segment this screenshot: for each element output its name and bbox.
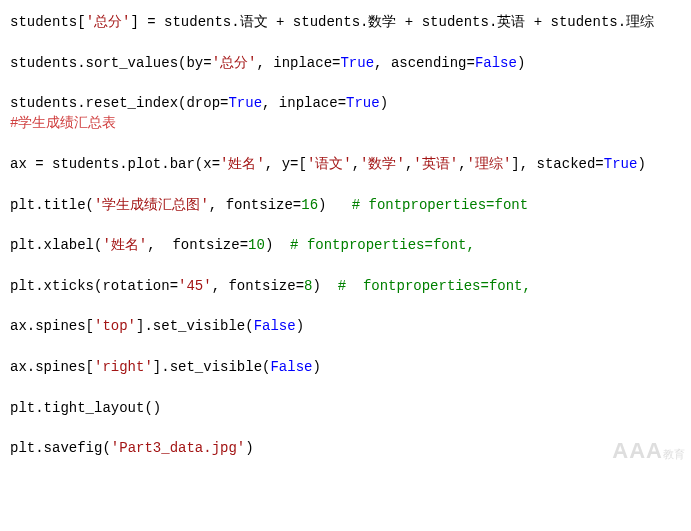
tok: students.sort_values(by= <box>10 55 212 71</box>
tok-comment: # fontproperties=font, <box>338 278 531 294</box>
tok: , fontsize= <box>212 278 304 294</box>
tok: ], stacked= <box>511 156 603 172</box>
tok-comment: # fontproperties=font, <box>290 237 475 253</box>
code-line-1: students['总分'] = students.语文 + students.… <box>10 14 654 30</box>
tok-kw: False <box>254 318 296 334</box>
tok: ) <box>245 440 253 456</box>
watermark-main: AAA <box>612 438 663 463</box>
tok-comment: # fontproperties=font <box>352 197 528 213</box>
code-line-4: #学生成绩汇总表 <box>10 115 116 131</box>
tok: ) <box>637 156 645 172</box>
tok: , y=[ <box>265 156 307 172</box>
code-line-9: ax.spines['top'].set_visible(False) <box>10 318 304 334</box>
watermark-logo: AAA教育 <box>612 435 685 467</box>
code-line-7: plt.xlabel('姓名', fontsize=10) # fontprop… <box>10 237 475 253</box>
tok: , inplace= <box>262 95 346 111</box>
tok-kw: True <box>346 95 380 111</box>
tok-str: '数学' <box>360 156 405 172</box>
code-line-12: plt.savefig('Part3_data.jpg') <box>10 440 254 456</box>
code-line-11: plt.tight_layout() <box>10 400 161 416</box>
tok: ax = students.plot.bar(x= <box>10 156 220 172</box>
tok-str: '总分' <box>212 55 257 71</box>
tok: ) <box>318 197 352 213</box>
tok-str: '姓名' <box>220 156 265 172</box>
tok-str: 'top' <box>94 318 136 334</box>
tok: ].set_visible( <box>136 318 254 334</box>
code-line-5: ax = students.plot.bar(x='姓名', y=['语文','… <box>10 156 646 172</box>
tok: students[ <box>10 14 86 30</box>
tok: ) <box>517 55 525 71</box>
tok-str: '学生成绩汇总图' <box>94 197 209 213</box>
tok: students.reset_index(drop= <box>10 95 228 111</box>
tok-kw: True <box>604 156 638 172</box>
tok-kw: True <box>340 55 374 71</box>
code-line-10: ax.spines['right'].set_visible(False) <box>10 359 321 375</box>
tok-num: 16 <box>301 197 318 213</box>
tok: ) <box>312 278 337 294</box>
tok: plt.tight_layout() <box>10 400 161 416</box>
tok-str: 'right' <box>94 359 153 375</box>
tok-str: 'Part3_data.jpg' <box>111 440 245 456</box>
code-line-2: students.sort_values(by='总分', inplace=Tr… <box>10 55 525 71</box>
watermark-sub: 教育 <box>663 448 685 460</box>
tok: , fontsize= <box>209 197 301 213</box>
tok-str: '语文' <box>307 156 352 172</box>
tok: ].set_visible( <box>153 359 271 375</box>
tok: ) <box>265 237 290 253</box>
tok-str: '英语' <box>413 156 458 172</box>
tok-str: '45' <box>178 278 212 294</box>
tok: plt.savefig( <box>10 440 111 456</box>
tok-num: 10 <box>248 237 265 253</box>
tok-str: '总分' <box>86 14 131 30</box>
tok: , inplace= <box>256 55 340 71</box>
tok: , ascending= <box>374 55 475 71</box>
tok: , fontsize= <box>147 237 248 253</box>
tok: ax.spines[ <box>10 359 94 375</box>
tok: plt.xlabel( <box>10 237 102 253</box>
tok-kw: True <box>228 95 262 111</box>
code-line-6: plt.title('学生成绩汇总图', fontsize=16) # font… <box>10 197 528 213</box>
tok: ) <box>312 359 320 375</box>
tok: ] = students.语文 + students.数学 + students… <box>130 14 654 30</box>
tok: plt.title( <box>10 197 94 213</box>
tok: ax.spines[ <box>10 318 94 334</box>
code-line-3: students.reset_index(drop=True, inplace=… <box>10 95 388 111</box>
tok-kw: False <box>270 359 312 375</box>
tok-comment: #学生成绩汇总表 <box>10 115 116 131</box>
tok: ) <box>296 318 304 334</box>
tok: ) <box>380 95 388 111</box>
tok: plt.xticks(rotation= <box>10 278 178 294</box>
tok: , <box>458 156 466 172</box>
code-line-8: plt.xticks(rotation='45', fontsize=8) # … <box>10 278 531 294</box>
tok-kw: False <box>475 55 517 71</box>
tok-str: '姓名' <box>102 237 147 253</box>
tok: , <box>352 156 360 172</box>
code-block: students['总分'] = students.语文 + students.… <box>10 12 681 459</box>
tok-str: '理综' <box>467 156 512 172</box>
